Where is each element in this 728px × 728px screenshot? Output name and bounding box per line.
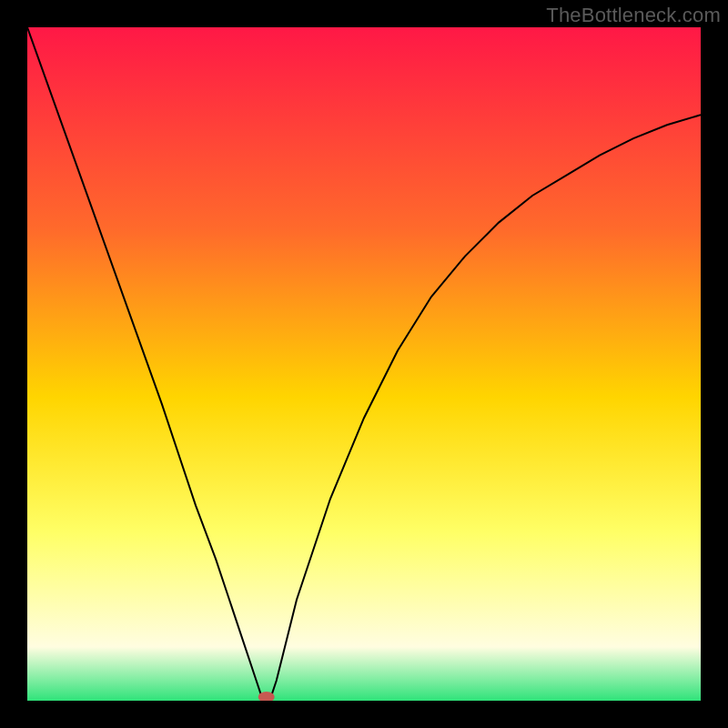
plot-area bbox=[27, 27, 701, 701]
chart-svg bbox=[27, 27, 701, 701]
watermark-text: TheBottleneck.com bbox=[546, 4, 721, 27]
gradient-background bbox=[27, 27, 701, 701]
chart-frame: TheBottleneck.com bbox=[0, 0, 728, 728]
